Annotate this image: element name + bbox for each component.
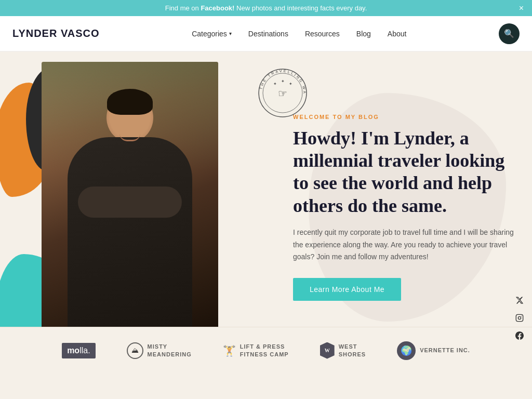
facebook-icon[interactable]: [514, 331, 525, 342]
search-icon: 🔍: [504, 29, 514, 38]
misty-circle-icon: ⛰: [127, 342, 143, 359]
nav-item-blog[interactable]: Blog: [356, 30, 371, 38]
announcement-text: Find me on Facebook! New photos and inte…: [165, 4, 367, 12]
badge-stamp: ☞ ✦ ✦ ✦ THE TRAVELLING WAY: [257, 67, 309, 119]
svg-point-9: [521, 316, 522, 316]
svg-rect-7: [516, 314, 523, 321]
lift-press-label: LIFT & PRESSFITNESS CAMP: [240, 343, 289, 358]
svg-text:☞: ☞: [278, 88, 287, 99]
nav-item-about[interactable]: About: [388, 30, 407, 38]
logo-molla: molla.: [62, 343, 95, 358]
header: LYNDER VASCO Categories Destinations Res…: [0, 16, 532, 51]
facebook-link[interactable]: Facebook!: [201, 4, 234, 12]
welcome-label: WELCOME TO MY BLOG: [293, 114, 516, 120]
west-shores-label: WESTSHORES: [339, 343, 366, 358]
instagram-icon[interactable]: [514, 314, 525, 324]
logo-lift-press: 🏋 LIFT & PRESSFITNESS CAMP: [223, 343, 289, 358]
molla-box: molla.: [62, 343, 95, 358]
nav-item-destinations[interactable]: Destinations: [248, 30, 288, 38]
vernette-label: VERNETTE INC.: [420, 347, 470, 354]
misty-label: MISTYMEANDERING: [148, 343, 192, 358]
photo-placeholder: [42, 62, 218, 332]
close-announcement-button[interactable]: ×: [519, 4, 524, 13]
svg-text:✦: ✦: [289, 82, 292, 86]
announcement-bar: Find me on Facebook! New photos and inte…: [0, 0, 532, 16]
logo-misty-meandering: ⛰ MISTYMEANDERING: [127, 342, 192, 359]
logo-vernette: 🌍 VERNETTE INC.: [397, 341, 470, 360]
hero-headline: Howdy! I'm Lynder, a millennial traveler…: [293, 127, 516, 217]
nav-item-categories[interactable]: Categories: [192, 30, 232, 38]
svg-text:✦: ✦: [281, 79, 285, 84]
logos-bar: molla. ⛰ MISTYMEANDERING 🏋 LIFT & PRESSF…: [0, 327, 532, 374]
dumbbell-icon: 🏋: [223, 344, 236, 357]
logo-lla: lla.: [79, 346, 90, 355]
twitter-icon[interactable]: [514, 296, 525, 307]
svg-text:✦: ✦: [273, 82, 277, 86]
nav-item-resources[interactable]: Resources: [305, 30, 340, 38]
social-sidebar: [507, 291, 532, 347]
main-nav: Categories Destinations Resources Blog A…: [192, 30, 406, 38]
logo-west-shores: W WESTSHORES: [320, 342, 366, 359]
search-button[interactable]: 🔍: [499, 23, 520, 44]
vernette-icon: 🌍: [397, 341, 416, 360]
hero-section: ☞ ✦ ✦ ✦ THE TRAVELLING WAY WELCOME TO MY…: [0, 51, 532, 374]
hero-subtext: I recently quit my corporate job to trav…: [293, 227, 516, 263]
cta-button[interactable]: Learn More About Me: [293, 278, 401, 301]
hero-photo: [42, 62, 218, 332]
logo-mo: mo: [67, 346, 79, 355]
site-title[interactable]: LYNDER VASCO: [12, 28, 100, 39]
svg-point-8: [518, 316, 521, 319]
hero-text-block: WELCOME TO MY BLOG Howdy! I'm Lynder, a …: [293, 114, 516, 301]
west-shores-shield-icon: W: [320, 342, 335, 359]
